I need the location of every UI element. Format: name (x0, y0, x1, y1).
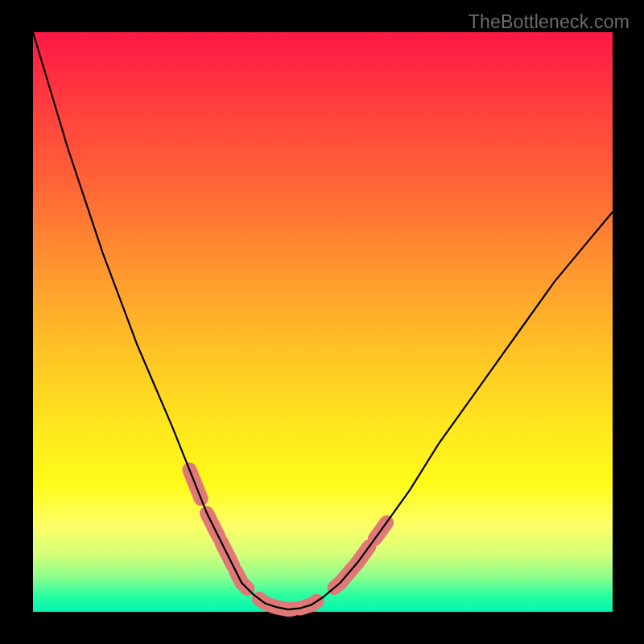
curve-overlay (0, 0, 644, 644)
main-curve (33, 32, 613, 609)
